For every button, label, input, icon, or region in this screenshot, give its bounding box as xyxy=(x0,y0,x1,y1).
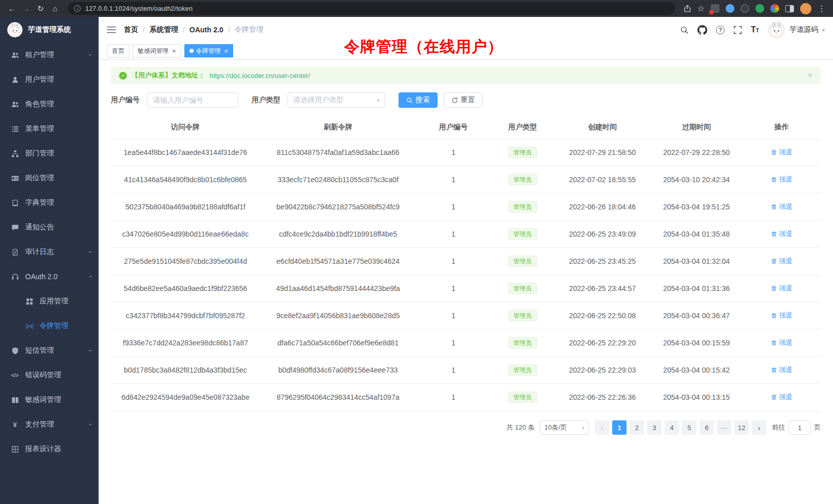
delete-icon xyxy=(771,149,777,156)
url-text: 127.0.0.1:1024/system/oauth2/token xyxy=(85,5,193,12)
action-label: 强退 xyxy=(779,311,792,320)
sidebar-item-post[interactable]: 岗位管理 xyxy=(0,166,99,190)
next-page-button[interactable]: › xyxy=(752,420,766,435)
force-logout-button[interactable]: 强退 xyxy=(771,202,792,211)
table-row: 54d6be82ee5a460a9aedc1f9bf22365649d1aa46… xyxy=(111,275,821,302)
sidebar-item-audit-log[interactable]: 审计日志› xyxy=(0,240,99,264)
page-button[interactable]: 5 xyxy=(682,420,696,435)
user-type-select[interactable]: 请选择用户类型 ▾ xyxy=(288,92,385,108)
user-type-cell: 管理员 xyxy=(490,302,554,329)
sidebar-item-sms[interactable]: 短信管理› xyxy=(0,338,99,363)
browser-reload-button[interactable]: ↻ xyxy=(34,2,47,15)
tab-2[interactable]: 令牌管理× xyxy=(184,44,234,57)
help-icon[interactable]: ? xyxy=(716,26,725,34)
prev-page-button[interactable]: ‹ xyxy=(595,420,609,435)
page-button[interactable]: 3 xyxy=(647,420,661,435)
force-logout-button[interactable]: 强退 xyxy=(771,175,792,184)
sidebar-item-label: 审计日志 xyxy=(25,247,84,257)
extension-icon[interactable] xyxy=(726,4,734,13)
goto-page-input[interactable] xyxy=(788,420,811,435)
expire-time-cell: 2054-03-04 01:31:36 xyxy=(650,275,743,302)
sidebar-item-menu[interactable]: 菜单管理 xyxy=(0,117,99,141)
split-screen-icon[interactable] xyxy=(785,5,794,12)
sidebar-item-dict[interactable]: 字典管理 xyxy=(0,190,99,215)
annotation-text: 令牌管理（在线用户） xyxy=(344,36,503,57)
sidebar-item-error-code[interactable]: </>错误码管理 xyxy=(0,363,99,387)
browser-home-button[interactable]: ⌂ xyxy=(48,2,62,15)
tab-0[interactable]: 首页 xyxy=(107,44,129,57)
reset-button[interactable]: 重置 xyxy=(444,92,483,108)
close-icon[interactable]: × xyxy=(172,48,176,54)
force-logout-button[interactable]: 强退 xyxy=(771,284,792,293)
page-button[interactable]: 6 xyxy=(699,420,714,435)
browser-menu-icon[interactable]: ⋮ xyxy=(818,4,826,13)
extension-icon[interactable] xyxy=(755,4,764,13)
search-button[interactable]: 搜索 xyxy=(399,92,438,108)
sidebar-item-sensitive-word[interactable]: 敏感词管理 xyxy=(0,387,99,412)
action-cell: 强退 xyxy=(743,166,821,193)
force-logout-button[interactable]: 强退 xyxy=(771,311,792,320)
fullscreen-icon[interactable] xyxy=(733,26,742,34)
browser-forward-button[interactable]: → xyxy=(20,2,33,15)
sidebar-item-oauth2-app[interactable]: 应用管理 xyxy=(0,289,99,314)
extension-badge xyxy=(709,10,713,14)
extension-icon[interactable] xyxy=(770,4,779,13)
font-size-icon[interactable]: TT xyxy=(751,25,759,34)
user-menu[interactable]: 芋道源码 ▾ xyxy=(768,21,825,38)
force-logout-button[interactable]: 强退 xyxy=(771,148,792,157)
user-id-input[interactable] xyxy=(147,92,238,108)
column-header: 用户编号 xyxy=(416,116,490,139)
force-logout-button[interactable]: 强退 xyxy=(771,365,792,375)
active-tab-dot-icon xyxy=(190,49,194,53)
page-button[interactable]: 4 xyxy=(665,420,679,435)
extension-icon[interactable] xyxy=(711,4,720,13)
sidebar-item-notice[interactable]: 通知公告 xyxy=(0,215,99,240)
chevron-down-icon: › xyxy=(87,350,93,352)
refresh-token-cell: 333ecfc71e02480cb11055c875c3ca0f xyxy=(260,166,416,193)
share-icon[interactable] xyxy=(684,5,691,12)
action-label: 强退 xyxy=(779,257,792,266)
sidebar-item-report[interactable]: 报表设计器 xyxy=(0,437,99,461)
sidebar-item-role[interactable]: 角色管理 xyxy=(0,92,99,117)
force-logout-button[interactable]: 强退 xyxy=(771,393,792,402)
address-bar[interactable]: i 127.0.0.1:1024/system/oauth2/token xyxy=(68,2,675,15)
sidebar-item-dept[interactable]: 部门管理 xyxy=(0,141,99,166)
page-button[interactable]: 12 xyxy=(734,420,749,435)
table-row: 502375b8040a469a9b82188afdf6af1fbe90422b… xyxy=(111,193,821,221)
alert-close-icon[interactable]: × xyxy=(808,71,812,80)
breadcrumb-item[interactable]: 系统管理 xyxy=(149,25,178,34)
site-info-icon[interactable]: i xyxy=(74,5,81,12)
page-button[interactable]: 1 xyxy=(612,420,627,435)
force-logout-button[interactable]: 强退 xyxy=(771,229,792,239)
bookmark-star-icon[interactable]: ☆ xyxy=(697,4,705,13)
github-icon[interactable] xyxy=(697,25,707,35)
breadcrumb-item[interactable]: OAuth 2.0 xyxy=(190,26,223,34)
sidebar-fold-icon[interactable] xyxy=(107,26,116,34)
search-icon[interactable] xyxy=(680,26,689,34)
sidebar-item-pay[interactable]: ¥支付管理› xyxy=(0,412,99,437)
extension-icon[interactable] xyxy=(741,4,749,13)
force-logout-button[interactable]: 强退 xyxy=(771,338,792,347)
sidebar-item-oauth2[interactable]: OAuth 2.0› xyxy=(0,264,99,289)
close-icon[interactable]: × xyxy=(224,48,229,54)
page-button[interactable]: 2 xyxy=(630,420,644,435)
delete-icon xyxy=(771,340,777,346)
pager-ellipsis[interactable]: ··· xyxy=(717,420,731,435)
action-label: 强退 xyxy=(779,148,792,157)
breadcrumb-item[interactable]: 首页 xyxy=(124,25,138,34)
app-logo[interactable]: 芋道管理系统 xyxy=(0,17,99,43)
action-label: 强退 xyxy=(779,284,792,293)
broadcast-icon xyxy=(25,322,34,330)
browser-back-button[interactable]: ← xyxy=(5,2,18,15)
breadcrumb: 首页/系统管理/OAuth 2.0/令牌管理 xyxy=(124,25,263,34)
browser-profile-avatar[interactable] xyxy=(800,3,811,14)
sidebar-item-tenant[interactable]: 租户管理› xyxy=(0,43,99,67)
doc-link[interactable]: https://doc.iocoder.cn/user-center/ xyxy=(210,72,310,80)
page-size-select[interactable]: 10条/页 ▾ xyxy=(540,420,589,435)
access-token-cell: f9336e7c7dd242a283ee98dc86b17a87 xyxy=(111,329,260,357)
tab-1[interactable]: 敏感词管理× xyxy=(132,44,181,57)
force-logout-button[interactable]: 强退 xyxy=(771,257,792,266)
logo-bunny-icon xyxy=(7,22,23,37)
sidebar-item-user[interactable]: 用户管理 xyxy=(0,67,99,92)
sidebar-item-oauth2-token[interactable]: 令牌管理 xyxy=(0,314,99,338)
